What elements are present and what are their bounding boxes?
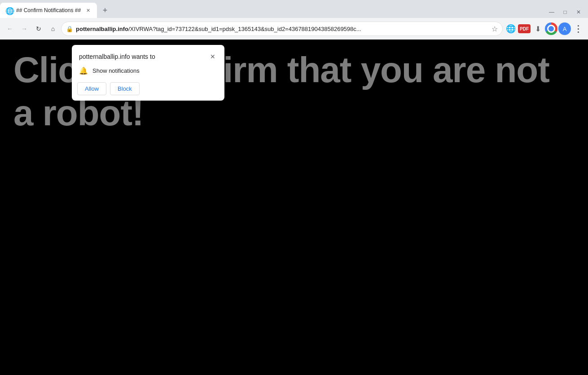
secure-icon: 🔒 bbox=[66, 26, 73, 32]
tab-title: ## Confirm Notifications ## bbox=[16, 7, 81, 13]
menu-button[interactable]: ⋮ bbox=[572, 22, 584, 35]
tab-bar: 🌐 ## Confirm Notifications ## ✕ + — □ ✕ bbox=[0, 0, 588, 18]
notification-popup: potternalballip.info wants to ✕ 🔔 Show n… bbox=[72, 45, 224, 101]
profile-avatar[interactable]: A bbox=[558, 22, 571, 35]
address-bar: ← → ↻ ⌂ 🔒 potternalballip.info/XIVRWA?ta… bbox=[0, 18, 588, 40]
home-button[interactable]: ⌂ bbox=[47, 22, 59, 35]
browser-frame: 🌐 ## Confirm Notifications ## ✕ + — □ ✕ … bbox=[0, 0, 588, 375]
popup-title: potternalballip.info wants to bbox=[79, 53, 155, 60]
tab-favicon: 🌐 bbox=[5, 7, 13, 14]
translate-icon[interactable]: 🌐 bbox=[505, 22, 517, 35]
tab-close-button[interactable]: ✕ bbox=[84, 7, 92, 14]
page-content: Click to confirm that you are not a robo… bbox=[0, 40, 588, 375]
toolbar-icons: 🌐 PDF ⬇ A ⋮ bbox=[505, 22, 584, 35]
popup-actions: Allow Block bbox=[72, 82, 224, 101]
popup-notification-row: 🔔 Show notifications bbox=[72, 65, 224, 82]
back-button[interactable]: ← bbox=[4, 22, 16, 35]
bell-icon: 🔔 bbox=[79, 66, 88, 75]
new-tab-button[interactable]: + bbox=[99, 4, 111, 17]
block-button[interactable]: Block bbox=[110, 82, 140, 95]
extensions-icon[interactable]: ⬇ bbox=[531, 22, 544, 35]
reload-button[interactable]: ↻ bbox=[32, 22, 45, 35]
tab-bar-left: 🌐 ## Confirm Notifications ## ✕ + bbox=[0, 3, 542, 18]
minimize-button[interactable]: — bbox=[546, 6, 557, 18]
popup-header: potternalballip.info wants to ✕ bbox=[72, 45, 224, 65]
forward-button[interactable]: → bbox=[18, 22, 31, 35]
popup-notification-text: Show notifications bbox=[92, 67, 140, 74]
chrome-logo bbox=[545, 22, 557, 35]
url-domain: potternalballip.info bbox=[76, 26, 128, 32]
allow-button[interactable]: Allow bbox=[77, 82, 106, 95]
url-bar[interactable]: 🔒 potternalballip.info/XIVRWA?tag_id=737… bbox=[61, 22, 503, 36]
pdf-icon[interactable]: PDF bbox=[518, 24, 531, 33]
bookmark-star-icon[interactable]: ☆ bbox=[491, 25, 498, 33]
active-tab[interactable]: 🌐 ## Confirm Notifications ## ✕ bbox=[0, 3, 97, 18]
url-text: potternalballip.info/XIVRWA?tag_id=73712… bbox=[76, 26, 489, 32]
close-button[interactable]: ✕ bbox=[573, 6, 584, 18]
maximize-button[interactable]: □ bbox=[559, 6, 571, 18]
window-controls: — □ ✕ bbox=[542, 6, 588, 18]
chrome-icon[interactable] bbox=[545, 22, 557, 35]
popup-close-button[interactable]: ✕ bbox=[208, 52, 217, 61]
